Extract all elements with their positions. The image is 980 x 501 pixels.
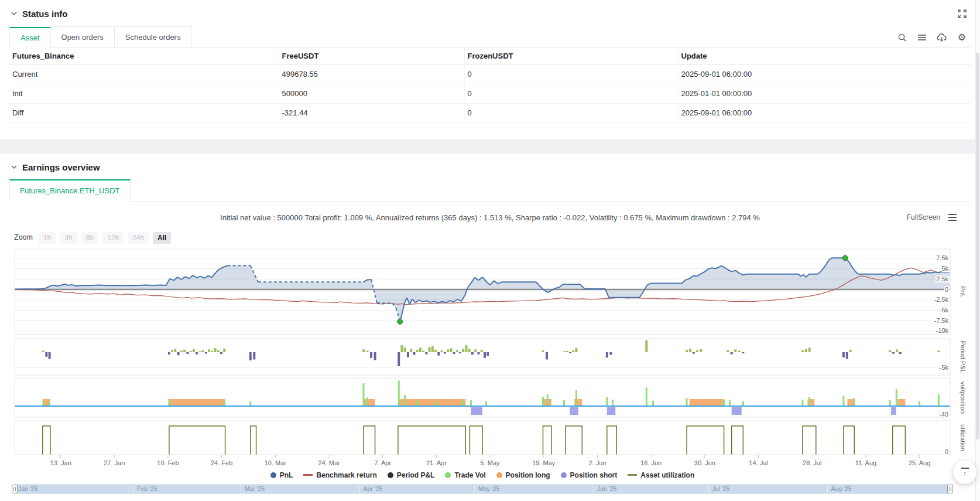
period-pnl-bar xyxy=(700,349,702,352)
legend-item-period-p-l[interactable]: Period P&L xyxy=(388,471,435,479)
utilization-step xyxy=(732,426,743,455)
tab-futures-binance-eth-usdt[interactable]: Futures_Binance.ETH_USDT xyxy=(9,179,131,202)
position-long-span xyxy=(398,399,465,406)
page-scrollbar[interactable] xyxy=(975,0,980,501)
trade-vol-bar xyxy=(896,389,897,406)
svg-text:13. Jan: 13. Jan xyxy=(50,459,71,466)
trade-vol-bar xyxy=(43,401,44,406)
period-pnl-bar xyxy=(727,350,729,352)
period-pnl-bar xyxy=(186,352,189,354)
trade-vol-bar xyxy=(889,400,891,406)
period-pnl-bar xyxy=(441,350,443,352)
legend-item-position-long[interactable]: Position long xyxy=(496,471,550,479)
period-pnl-bar xyxy=(481,350,483,352)
svg-text:utilization: utilization xyxy=(960,424,967,451)
svg-text:Aug '25: Aug '25 xyxy=(831,485,851,492)
period-pnl-bar xyxy=(846,352,848,359)
menu-icon[interactable] xyxy=(917,32,927,43)
svg-text:-10k: -10k xyxy=(936,327,949,334)
status-tabs: Asset Open orders Schedule orders ⚙ xyxy=(9,27,971,48)
navigator[interactable]: Jan '25Feb '25Mar '25Apr '25May '25Jun '… xyxy=(12,485,953,493)
svg-text:-2.5k: -2.5k xyxy=(934,296,949,303)
period-pnl-bar xyxy=(434,350,437,352)
position-short-span xyxy=(607,407,615,415)
back-to-top-button[interactable]: ↑ xyxy=(953,461,976,484)
gear-icon[interactable]: ⚙ xyxy=(957,32,967,43)
trade-vol-bar xyxy=(436,401,437,406)
trade-vol-bar xyxy=(48,402,50,406)
chart-legend: PnLBenchmark returnPeriod P&LTrade VolPo… xyxy=(0,470,965,480)
svg-text:5. May: 5. May xyxy=(481,459,501,466)
scrollbar-thumb[interactable] xyxy=(976,53,979,439)
earnings-chart[interactable]: 7.5k5k2.5k0-2.5k-5k-7.5k-10kPnL-5kPeriod… xyxy=(0,240,980,501)
fullscreen-button[interactable]: FullScreen xyxy=(907,213,940,221)
chevron-down-icon[interactable] xyxy=(9,9,19,18)
svg-text:-5k: -5k xyxy=(940,364,949,371)
period-pnl-bar xyxy=(546,352,548,359)
position-long-span xyxy=(364,399,375,406)
period-pnl-bar xyxy=(202,350,204,352)
trade-vol-bar xyxy=(612,400,614,406)
utilization-step xyxy=(844,426,854,455)
trade-vol-bar xyxy=(729,400,731,406)
utilization-step xyxy=(398,426,465,455)
svg-text:16. Jun: 16. Jun xyxy=(640,459,662,466)
position-long-span xyxy=(690,399,724,406)
trade-vol-bar xyxy=(801,400,803,406)
tab-schedule-orders[interactable]: Schedule orders xyxy=(114,26,192,47)
period-pnl-bar xyxy=(474,349,477,352)
chart-canvas[interactable]: 7.5k5k2.5k0-2.5k-5k-7.5k-10kPnL-5kPeriod… xyxy=(0,240,980,501)
legend-item-asset-utilization[interactable]: Asset utilization xyxy=(628,471,694,479)
legend-item-trade-vol[interactable]: Trade Vol xyxy=(445,471,485,479)
trade-vol-bar xyxy=(919,401,920,406)
search-icon[interactable] xyxy=(897,32,907,43)
legend-marker-dot xyxy=(388,472,393,478)
cloud-download-icon[interactable] xyxy=(937,32,947,43)
navigator-handle-right[interactable] xyxy=(948,485,953,493)
chevron-down-icon[interactable] xyxy=(9,162,19,172)
trade-vol-bar xyxy=(362,383,364,406)
legend-item-benchmark-return[interactable]: Benchmark return xyxy=(303,471,376,479)
table-row-diff: Diff -321.44 0 2025-09-01 06:00:00 xyxy=(9,103,971,122)
period-pnl-bar xyxy=(563,351,565,352)
period-pnl-bar xyxy=(645,340,647,352)
tab-open-orders[interactable]: Open orders xyxy=(50,26,115,47)
svg-text:5k: 5k xyxy=(941,265,948,272)
period-pnl-bar xyxy=(484,352,486,358)
table-header-row: Futures_Binance FreeUSDT FrozenUSDT Upda… xyxy=(9,48,971,64)
period-pnl-bar xyxy=(471,352,474,355)
navigator-handle-left[interactable] xyxy=(12,485,18,493)
svg-text:Period P&L: Period P&L xyxy=(960,340,967,373)
period-pnl-bar xyxy=(422,350,424,352)
period-pnl-bar xyxy=(419,347,422,352)
pnl-min-marker xyxy=(398,319,403,324)
legend-item-position-short[interactable]: Position short xyxy=(561,471,618,479)
svg-text:11. Aug: 11. Aug xyxy=(855,459,877,466)
utilization-panel: 0utilization xyxy=(15,421,967,455)
period-pnl-bar xyxy=(447,349,449,352)
tab-asset[interactable]: Asset xyxy=(9,27,51,48)
period-pnl-bar xyxy=(398,352,400,366)
period-pnl-bar xyxy=(49,352,51,359)
position-short-span xyxy=(891,407,896,415)
period-pnl-bar xyxy=(689,349,691,352)
legend-item-pnl[interactable]: PnL xyxy=(270,471,293,479)
utilization-step xyxy=(364,426,375,455)
trade-vol-bar xyxy=(542,397,544,406)
svg-text:24. Feb: 24. Feb xyxy=(211,459,232,466)
col-header-freeusdt: FreeUSDT xyxy=(279,48,464,64)
period-pnl-bar xyxy=(171,350,173,352)
pnl-panel: 7.5k5k2.5k0-2.5k-5k-7.5k-10kPnL xyxy=(15,249,967,335)
period-pnl-bar xyxy=(738,350,741,352)
row-label-current[interactable]: Current xyxy=(9,64,279,84)
period-pnl-bar xyxy=(366,350,369,352)
period-pnl-bar xyxy=(208,349,210,352)
period-pnl-bar xyxy=(456,350,458,352)
period-pnl-bar xyxy=(805,349,807,352)
svg-text:2.5k: 2.5k xyxy=(936,275,948,282)
legend-marker-dot xyxy=(561,472,567,478)
status-info-card: Status info Asset Open orders Schedule o… xyxy=(0,0,980,139)
period-pnl-bar xyxy=(249,352,252,360)
chart-context-menu-icon[interactable] xyxy=(948,214,957,221)
expand-icon[interactable] xyxy=(958,9,967,19)
